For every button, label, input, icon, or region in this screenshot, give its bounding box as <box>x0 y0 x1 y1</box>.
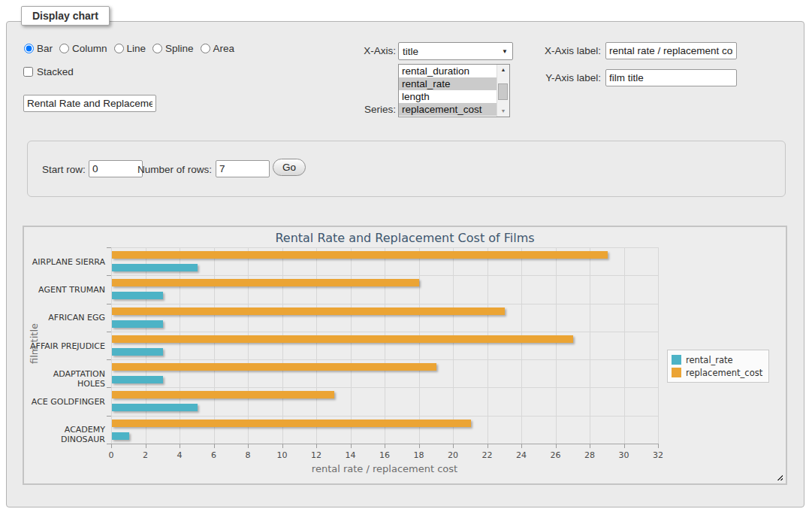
category-label: ACADEMY DINOSAUR <box>24 425 105 444</box>
chart-type-option-label: Bar <box>37 43 53 54</box>
bar-replacement_cost <box>112 279 419 286</box>
x-gridline <box>248 247 249 444</box>
x-axis-select[interactable]: title <box>398 42 513 60</box>
chart-type-option-label: Column <box>72 43 107 54</box>
chart-type-radio-area[interactable] <box>201 44 210 53</box>
x-gridline <box>453 247 454 444</box>
chart-container: Rental Rate and Replacement Cost of Film… <box>23 226 787 485</box>
x-axis-title: rental rate / replacement cost <box>111 463 658 474</box>
number-of-rows-input[interactable] <box>216 160 270 177</box>
category-label: AFFAIR PREJUDICE <box>24 341 105 351</box>
chart-type-option-label: Area <box>213 43 235 54</box>
x-axis-tick-label: 10 <box>273 450 292 460</box>
stacked-option[interactable]: Stacked <box>23 66 74 77</box>
legend-entry-replacement_cost[interactable]: replacement_cost <box>672 366 762 379</box>
x-axis-tick-label: 26 <box>546 450 566 460</box>
x-axis-tick-label: 8 <box>238 450 258 460</box>
bar-rental_rate <box>112 320 163 328</box>
x-axis-tick-label: 18 <box>409 450 429 460</box>
chart-type-radio-bar[interactable] <box>24 44 34 53</box>
bar-rental_rate <box>112 292 163 299</box>
chart-legend: rental_ratereplacement_cost <box>667 350 769 383</box>
x-gridline <box>624 247 625 444</box>
bar-rental_rate <box>112 404 198 411</box>
start-row-input[interactable] <box>89 160 143 177</box>
y-axis-tick <box>107 416 111 417</box>
scrollbar-down-arrow-icon[interactable]: ▼ <box>497 106 509 117</box>
series-option-rental_rate[interactable]: rental_rate <box>399 77 497 90</box>
y-axis-label-caption: Y-Axis label: <box>526 72 601 84</box>
go-button[interactable]: Go <box>273 159 306 176</box>
y-gridline <box>111 332 658 332</box>
chart-resize-handle[interactable] <box>775 473 783 480</box>
x-gridline <box>521 247 522 444</box>
bar-rental_rate <box>112 432 129 440</box>
stacked-checkbox[interactable] <box>23 67 33 77</box>
x-axis-tick-label: 24 <box>512 450 531 460</box>
x-axis-tick-label: 2 <box>136 450 155 460</box>
chart-type-option-label: Spline <box>165 43 194 54</box>
legend-swatch-icon <box>672 368 681 377</box>
legend-label: rental_rate <box>686 355 733 365</box>
y-axis-tick <box>107 275 111 276</box>
chart-type-radio-column[interactable] <box>59 44 69 53</box>
y-axis-tick <box>107 304 111 304</box>
x-gridline <box>488 247 488 444</box>
chart-type-option-column[interactable]: Column <box>59 43 107 54</box>
y-axis-label-input[interactable] <box>605 69 737 86</box>
series-list-scrollbar[interactable]: ▲ ▼ <box>497 65 509 117</box>
chart-type-radio-line[interactable] <box>114 44 124 53</box>
chart-type-option-line[interactable]: Line <box>114 43 146 54</box>
bar-replacement_cost <box>112 391 334 398</box>
series-multiselect[interactable]: ▲ ▼ rental_durationrental_ratelengthrepl… <box>398 64 510 117</box>
bar-replacement_cost <box>112 335 573 343</box>
y-gridline <box>111 304 658 304</box>
bar-rental_rate <box>112 264 198 271</box>
x-axis-tick-label: 16 <box>375 450 394 460</box>
bar-replacement_cost <box>112 363 436 371</box>
x-axis-select-wrap: title ▼ <box>398 42 513 60</box>
x-axis-select-label: X-Axis: <box>308 45 396 57</box>
series-option-length[interactable]: length <box>399 90 497 103</box>
y-axis-tick <box>107 247 111 248</box>
scrollbar-thumb[interactable] <box>498 83 508 100</box>
bar-replacement_cost <box>112 420 471 427</box>
x-axis-label-input[interactable] <box>605 42 737 59</box>
series-list-label: Series: <box>308 104 396 116</box>
series-option-replacement_cost[interactable]: replacement_cost <box>399 103 497 116</box>
x-gridline <box>658 247 659 444</box>
y-axis-tick <box>107 387 111 388</box>
bar-rental_rate <box>112 376 163 383</box>
x-axis-tick-label: 30 <box>614 450 634 460</box>
x-axis-tick-label: 4 <box>170 450 189 460</box>
x-axis-tick-label: 14 <box>341 450 361 460</box>
x-gridline <box>316 247 317 444</box>
category-label: ACE GOLDFINGER <box>24 397 105 407</box>
number-of-rows-label: Number of rows: <box>137 164 212 176</box>
chart-title-input[interactable] <box>23 95 156 112</box>
x-gridline <box>590 247 590 444</box>
fieldset-legend: Display chart <box>21 6 110 26</box>
x-axis-tick-label: 6 <box>204 450 224 460</box>
x-axis-tick-label: 20 <box>443 450 463 460</box>
x-axis-line <box>111 444 659 444</box>
y-axis-tick <box>107 332 111 332</box>
series-option-rental_duration[interactable]: rental_duration <box>399 65 497 77</box>
bar-replacement_cost <box>112 251 608 259</box>
y-gridline <box>111 247 658 248</box>
x-gridline <box>180 247 180 444</box>
start-row-label: Start row: <box>42 164 86 176</box>
scrollbar-up-arrow-icon[interactable]: ▲ <box>497 65 509 75</box>
x-gridline <box>111 247 112 444</box>
legend-entry-rental_rate[interactable]: rental_rate <box>672 353 762 366</box>
chart-type-radio-group: BarColumnLineSplineArea <box>24 43 234 54</box>
chart-type-option-bar[interactable]: Bar <box>24 43 53 54</box>
category-label: AIRPLANE SIERRA <box>24 257 105 267</box>
bar-rental_rate <box>112 348 163 356</box>
legend-swatch-icon <box>672 355 681 365</box>
x-axis-tick-label: 0 <box>101 450 121 460</box>
chart-type-option-spline[interactable]: Spline <box>152 43 194 54</box>
chart-type-option-area[interactable]: Area <box>201 43 235 54</box>
x-gridline <box>146 247 146 444</box>
chart-type-radio-spline[interactable] <box>152 44 162 53</box>
